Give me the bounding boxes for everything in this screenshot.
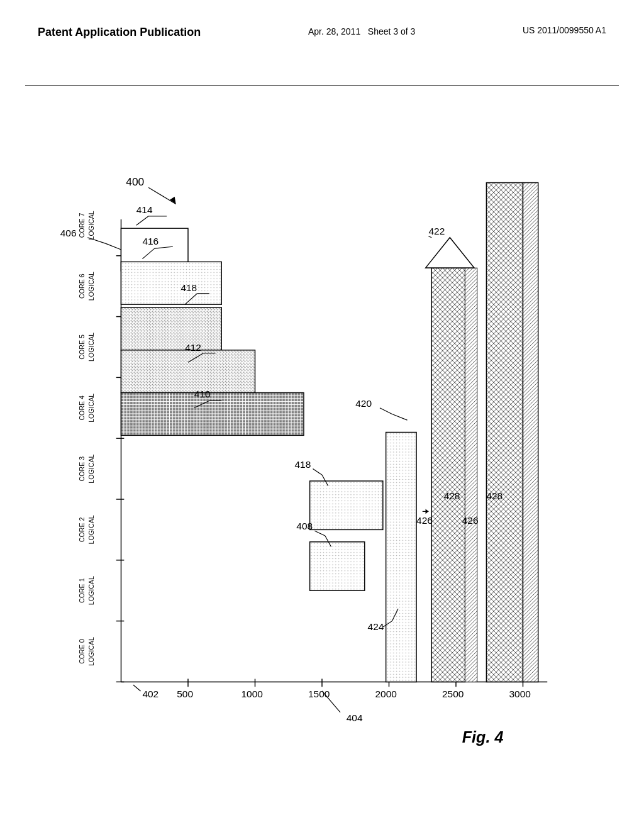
svg-text:500: 500 (177, 689, 193, 699)
svg-text:408: 408 (296, 521, 313, 531)
svg-text:1000: 1000 (241, 689, 262, 699)
svg-rect-95 (310, 481, 383, 529)
svg-rect-86 (523, 183, 538, 682)
svg-line-65 (87, 238, 106, 244)
svg-text:418: 418 (294, 459, 311, 470)
svg-text:422: 422 (428, 226, 445, 236)
svg-line-93 (380, 408, 392, 414)
svg-text:1500: 1500 (308, 689, 330, 699)
svg-text:Fig. 4: Fig. 4 (462, 728, 504, 746)
sheet-info: Apr. 28, 2011 Sheet 3 of 3 (308, 25, 415, 38)
svg-text:2000: 2000 (375, 689, 396, 699)
svg-marker-89 (426, 238, 474, 268)
svg-text:406: 406 (60, 228, 77, 238)
svg-line-101 (314, 531, 325, 536)
svg-text:402: 402 (142, 689, 158, 699)
svg-text:LOGICAL: LOGICAL (87, 454, 95, 483)
svg-rect-78 (121, 393, 304, 436)
svg-rect-85 (486, 183, 523, 682)
svg-rect-88 (465, 268, 477, 682)
svg-text:428: 428 (444, 490, 460, 501)
svg-text:426: 426 (462, 515, 479, 526)
publication-title: Patent Application Publication (38, 25, 201, 40)
svg-text:CORE 3: CORE 3 (78, 456, 86, 482)
svg-text:CORE 2: CORE 2 (78, 517, 86, 543)
svg-rect-103 (386, 433, 416, 682)
svg-line-57 (133, 685, 141, 691)
svg-line-61 (136, 216, 148, 226)
patent-number: US 2011/0099550 A1 (523, 25, 606, 35)
svg-rect-60 (121, 262, 222, 304)
svg-line-30 (322, 691, 340, 712)
svg-line-64 (106, 243, 121, 250)
svg-text:LOGICAL: LOGICAL (87, 515, 95, 544)
svg-line-91 (428, 236, 431, 238)
svg-rect-70 (121, 307, 222, 350)
svg-text:CORE 1: CORE 1 (78, 578, 86, 603)
svg-text:CORE 7: CORE 7 (78, 213, 86, 238)
svg-text:400: 400 (126, 175, 144, 188)
page: Patent Application Publication Apr. 28, … (0, 0, 644, 830)
svg-text:CORE 6: CORE 6 (78, 274, 86, 299)
diagram-area: 500 1000 1500 2000 2500 3000 404 (38, 97, 606, 767)
svg-text:LOGICAL: LOGICAL (87, 576, 95, 605)
header: Patent Application Publication Apr. 28, … (0, 25, 644, 40)
svg-rect-74 (121, 350, 255, 393)
svg-line-83 (148, 187, 176, 204)
svg-text:LOGICAL: LOGICAL (87, 333, 95, 362)
svg-text:LOGICAL: LOGICAL (87, 394, 95, 423)
svg-line-92 (392, 414, 407, 420)
svg-text:414: 414 (136, 204, 153, 215)
svg-text:LOGICAL: LOGICAL (87, 211, 95, 240)
svg-text:2500: 2500 (442, 689, 464, 699)
svg-text:418: 418 (180, 282, 197, 293)
svg-text:CORE 0: CORE 0 (78, 639, 86, 664)
figure-4-svg: 500 1000 1500 2000 2500 3000 404 (38, 97, 606, 767)
svg-marker-112 (426, 509, 429, 514)
svg-line-97 (313, 469, 322, 475)
svg-text:3000: 3000 (509, 689, 530, 699)
svg-text:CORE 4: CORE 4 (78, 396, 86, 421)
svg-marker-84 (170, 197, 176, 204)
svg-text:404: 404 (347, 712, 363, 723)
svg-text:410: 410 (194, 389, 211, 399)
svg-text:416: 416 (142, 236, 158, 246)
svg-text:420: 420 (355, 398, 372, 409)
svg-text:LOGICAL: LOGICAL (87, 272, 95, 301)
svg-text:CORE 5: CORE 5 (78, 335, 86, 360)
svg-rect-87 (431, 268, 465, 682)
svg-text:424: 424 (368, 621, 384, 632)
svg-rect-99 (310, 542, 365, 590)
header-divider (25, 85, 619, 86)
svg-text:426: 426 (416, 515, 433, 526)
svg-text:LOGICAL: LOGICAL (87, 637, 95, 666)
svg-text:412: 412 (185, 342, 201, 353)
svg-text:428: 428 (486, 490, 502, 501)
